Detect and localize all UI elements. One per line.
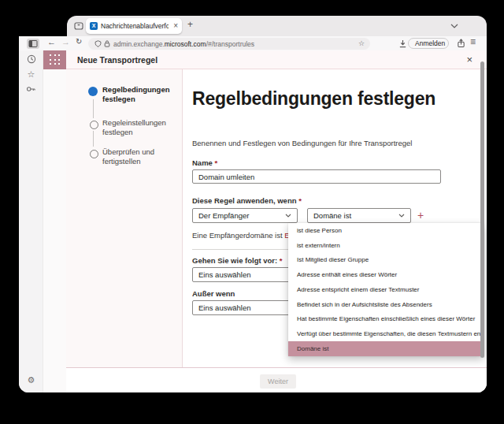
address-bar[interactable]: admin.exchange.microsoft.com/#/transport… <box>88 38 370 50</box>
window-body: ☆ ⚙ ⌂ ✉ <box>19 50 487 392</box>
tab-overflow-chevron-icon[interactable] <box>450 24 458 28</box>
waffle-icon[interactable] <box>43 50 67 69</box>
step-3-indicator <box>90 150 98 158</box>
dropdown-option[interactable]: Ist Mitglied dieser Gruppe <box>288 253 484 268</box>
bookmarks-icon[interactable]: ☆ <box>26 69 36 80</box>
signin-button[interactable]: Anmelden <box>408 38 449 49</box>
required-asterisk: * <box>298 196 302 205</box>
condition-label: Diese Regel anwenden, wenn * <box>192 196 302 205</box>
step-2-label[interactable]: Regeleinstellungen festlegen <box>102 118 166 137</box>
waffle-dots <box>50 54 61 65</box>
required-asterisk: * <box>280 256 283 265</box>
condition-sentence: Eine Empfängerdomäne ist En <box>192 231 294 240</box>
forward-button[interactable]: → <box>61 37 70 46</box>
firefox-view-icon[interactable] <box>74 21 83 31</box>
step-2-indicator <box>90 121 98 129</box>
step-3-label[interactable]: Überprüfen und fertigstellen <box>102 147 154 166</box>
next-button[interactable]: Weiter <box>260 374 296 389</box>
downloads-icon[interactable] <box>398 39 407 48</box>
page-subtitle: Benennen und Festlegen von Bedingungen f… <box>192 139 412 147</box>
condition-predicate-select[interactable]: Domäne ist <box>307 208 411 223</box>
step-1-label[interactable]: Regelbedingungen festlegen <box>102 85 170 104</box>
browser-tab[interactable]: X Nachrichtenablaufverfolgung - … × <box>86 18 182 34</box>
chevron-down-icon <box>398 214 405 218</box>
url-path: /#/transportrules <box>206 40 254 48</box>
step-connector <box>93 99 94 118</box>
predicate-dropdown-menu: ist diese Person ist extern/intern Ist M… <box>288 223 484 356</box>
step-connector <box>93 131 94 147</box>
wizard-steps: Regelbedingungen festlegen Regeleinstell… <box>66 69 183 367</box>
action-label: Gehen Sie wie folgt vor: * <box>192 256 283 265</box>
url-subdomain: admin.exchange. <box>113 40 165 48</box>
close-icon[interactable]: × <box>466 54 472 65</box>
chevron-down-icon <box>285 214 291 218</box>
page-title: Regelbedingungen festlegen <box>192 88 435 110</box>
exchange-favicon: X <box>90 22 98 30</box>
url-domain: microsoft.com <box>165 40 206 48</box>
except-label: Außer wenn <box>192 289 235 298</box>
condition-subject-select[interactable]: Der Empfänger <box>192 208 298 223</box>
history-icon[interactable] <box>26 54 36 64</box>
firefox-sidebar: ☆ ⚙ <box>19 50 43 392</box>
desktop: { "browser": { "tab": {"title": "Nachric… <box>0 0 504 424</box>
dialog-header: Neue Transportregel × <box>66 50 487 69</box>
lock-icon[interactable] <box>104 40 110 47</box>
add-condition-button[interactable]: + <box>417 208 424 223</box>
dropdown-option[interactable]: Verfügt über bestimmte Eigenschaften, di… <box>288 326 484 341</box>
dialog-footer: Weiter <box>66 367 487 392</box>
new-transport-rule-dialog: Neue Transportregel × Regelbedingungen f… <box>66 50 487 392</box>
browser-toolbar: ← → ↻ admin.exchange.microsoft.com/#/tra… <box>19 36 487 50</box>
tab-close-icon[interactable]: × <box>173 21 178 30</box>
sidebar-toggle-button[interactable] <box>27 39 39 49</box>
dropdown-option-selected[interactable]: Domäne ist <box>288 341 484 356</box>
dropdown-option[interactable]: Hat bestimmte Eigenschaften einschließli… <box>288 312 484 327</box>
dialog-scrollbar[interactable] <box>480 61 484 358</box>
dropdown-option[interactable]: Befindet sich in der Aufsichtsliste des … <box>288 297 484 312</box>
dropdown-option[interactable]: ist extern/intern <box>288 238 484 253</box>
browser-tab-bar: X Nachrichtenablaufverfolgung - … × + <box>67 16 487 36</box>
shield-icon[interactable] <box>94 40 102 47</box>
required-asterisk: * <box>215 158 218 167</box>
name-label: Name * <box>192 158 217 167</box>
bookmark-star-icon[interactable]: ☆ <box>358 39 365 47</box>
url-text: admin.exchange.microsoft.com/#/transport… <box>113 40 254 48</box>
reload-button[interactable]: ↻ <box>76 37 82 46</box>
dropdown-option[interactable]: Adresse entspricht einem dieser Textmust… <box>288 282 484 297</box>
tab-title: Nachrichtenablaufverfolgung - … <box>101 22 169 30</box>
step-1-indicator <box>88 87 98 96</box>
menu-icon[interactable]: ≡ <box>470 36 476 47</box>
dropdown-option[interactable]: Adresse enthält eines dieser Wörter <box>288 267 484 282</box>
back-button[interactable]: ← <box>47 37 56 46</box>
share-icon[interactable] <box>457 39 465 48</box>
dialog-title: Neue Transportregel <box>77 55 158 65</box>
dropdown-option[interactable]: ist diese Person <box>288 223 484 238</box>
name-field[interactable] <box>192 169 441 184</box>
passwords-icon[interactable] <box>26 84 36 94</box>
settings-gear-icon[interactable]: ⚙ <box>26 375 36 385</box>
app-nav-bar: ⌂ ✉ <box>43 50 66 392</box>
new-tab-button[interactable]: + <box>187 19 193 30</box>
signin-label: Anmelden <box>415 39 445 47</box>
